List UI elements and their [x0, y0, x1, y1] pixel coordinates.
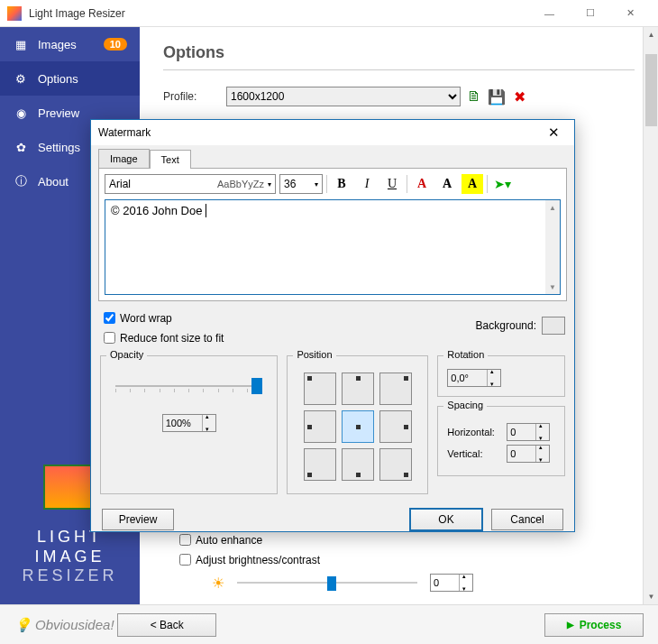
spacing-h-spinner[interactable]: 0	[507, 423, 550, 441]
window-title: Light Image Resizer	[29, 7, 529, 20]
spacing-h-label: Horizontal:	[447, 427, 507, 437]
about-icon: ⓘ	[13, 173, 29, 189]
position-middle-right[interactable]	[379, 410, 412, 443]
watermark-text-input[interactable]: © 2016 John Doe ▲▼	[105, 199, 561, 295]
opacity-thumb[interactable]	[251, 378, 262, 394]
profile-select[interactable]: 1600x1200	[226, 87, 461, 106]
back-button[interactable]: < Back	[117, 613, 216, 637]
spacing-v-label: Vertical:	[447, 448, 507, 459]
font-size-select[interactable]: 36▾	[279, 174, 323, 194]
word-wrap-checkbox[interactable]	[104, 312, 115, 324]
position-top-right[interactable]	[379, 373, 412, 405]
close-button[interactable]: ✕	[610, 0, 651, 27]
opacity-legend: Opacity	[106, 349, 147, 360]
cursor-button[interactable]: ➤▾	[491, 174, 513, 194]
content-scrollbar[interactable]: ▲ ▼	[643, 27, 658, 604]
sidebar-item-label: Images	[38, 38, 77, 51]
sidebar-item-images[interactable]: ▦ Images 10	[0, 27, 140, 61]
sidebar-item-options[interactable]: ⚙ Options	[0, 61, 140, 96]
profile-new-icon[interactable]: 🗎	[465, 87, 483, 106]
profile-save-icon[interactable]: 💾	[488, 87, 506, 106]
titlebar: Light Image Resizer — ☐ ✕	[0, 0, 658, 27]
bold-button[interactable]: B	[331, 174, 352, 194]
scrollbar-thumb[interactable]	[645, 54, 657, 126]
app-icon	[7, 6, 22, 21]
underline-button[interactable]: U	[381, 174, 403, 194]
profile-delete-icon[interactable]: ✖	[510, 87, 528, 106]
sidebar-item-label: About	[38, 175, 69, 189]
preview-button[interactable]: Preview	[102, 509, 174, 530]
position-bottom-right[interactable]	[379, 448, 412, 481]
word-wrap-label: Word wrap	[120, 312, 172, 325]
brightness-spinner[interactable]: 0	[430, 574, 473, 592]
position-top-left[interactable]	[304, 373, 336, 405]
position-legend: Position	[293, 349, 335, 360]
position-bottom-left[interactable]	[304, 448, 336, 481]
footer: 💡Obviousidea! < Back Process	[0, 604, 658, 644]
opacity-spinner[interactable]: 100%	[162, 414, 216, 432]
preview-icon: ◉	[13, 105, 29, 121]
footer-brand: 💡Obviousidea!	[14, 617, 114, 633]
images-badge: 10	[104, 38, 127, 51]
watermark-dialog: Watermark ✕ Image Text ArialAaBbYyZz▾ 36…	[90, 119, 575, 532]
reduce-font-checkbox[interactable]	[104, 332, 115, 344]
settings-icon: ✿	[13, 139, 29, 155]
italic-button[interactable]: I	[356, 174, 378, 194]
font-highlight-button[interactable]: A	[462, 174, 483, 194]
dialog-close-icon[interactable]: ✕	[541, 124, 567, 141]
font-select[interactable]: ArialAaBbYyZz▾	[105, 174, 276, 194]
position-bottom-center[interactable]	[342, 448, 374, 481]
background-label: Background:	[476, 319, 536, 332]
minimize-button[interactable]: —	[529, 0, 570, 27]
spacing-v-spinner[interactable]: 0	[507, 445, 550, 463]
rotation-legend: Rotation	[443, 349, 488, 360]
brightness-slider[interactable]	[237, 582, 417, 584]
position-middle-center[interactable]	[342, 410, 374, 443]
background-color-swatch[interactable]	[542, 317, 565, 335]
textarea-scrollbar[interactable]: ▲▼	[545, 200, 560, 294]
position-top-center[interactable]	[342, 373, 374, 405]
profile-label: Profile:	[163, 90, 226, 103]
images-icon: ▦	[13, 36, 29, 52]
process-button[interactable]: Process	[544, 613, 644, 637]
cancel-button[interactable]: Cancel	[491, 509, 563, 530]
sidebar-item-label: Preview	[38, 106, 79, 120]
dialog-titlebar: Watermark ✕	[91, 120, 574, 145]
tab-image[interactable]: Image	[98, 149, 150, 168]
spacing-legend: Spacing	[443, 400, 487, 410]
position-grid	[304, 373, 412, 481]
adjust-bc-checkbox[interactable]	[179, 554, 191, 566]
text-tab-panel: ArialAaBbYyZz▾ 36▾ B I U A A A ➤▾ © 2016…	[98, 168, 567, 301]
ok-button[interactable]: OK	[410, 509, 482, 530]
bulb-icon: 💡	[14, 617, 32, 632]
tab-text[interactable]: Text	[150, 150, 191, 169]
options-icon: ⚙	[13, 70, 29, 87]
sidebar-item-label: Options	[38, 72, 78, 86]
brightness-thumb[interactable]	[327, 576, 336, 591]
position-middle-left[interactable]	[304, 410, 336, 443]
adjust-bc-label: Adjust brightness/contrast	[196, 554, 320, 566]
font-color-button[interactable]: A	[411, 174, 433, 194]
dialog-title: Watermark	[98, 126, 151, 139]
opacity-slider[interactable]	[115, 378, 262, 405]
sidebar-item-label: Settings	[38, 141, 80, 154]
page-title: Options	[163, 43, 635, 62]
product-logo-icon	[43, 465, 97, 510]
maximize-button[interactable]: ☐	[570, 0, 610, 27]
rotation-spinner[interactable]: 0,0°	[447, 369, 501, 387]
font-outline-button[interactable]: A	[436, 174, 458, 194]
brightness-icon: ☀	[212, 575, 224, 592]
reduce-font-label: Reduce font size to fit	[120, 332, 224, 345]
